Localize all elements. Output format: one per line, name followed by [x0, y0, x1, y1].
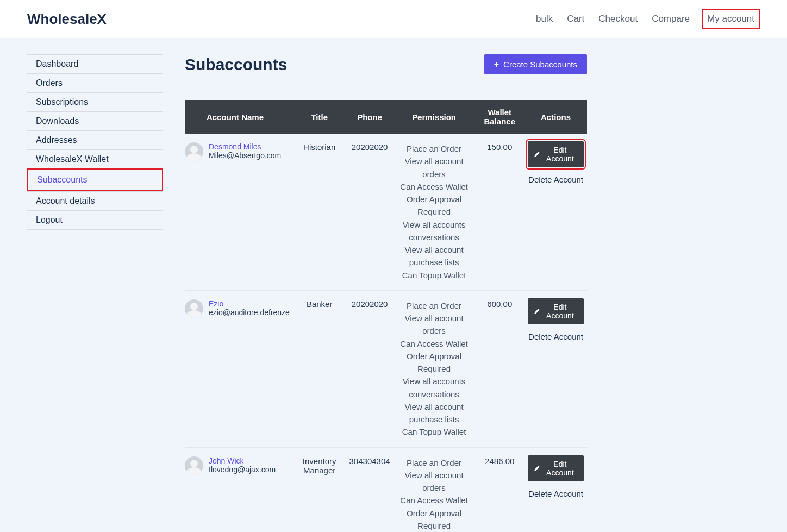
- cell-account-name: Ezioezio@auditore.defrenze: [185, 290, 293, 447]
- sidebar-item-downloads[interactable]: Downloads: [27, 111, 163, 130]
- permission-item: Can Topup Wallet: [397, 425, 472, 438]
- permission-item: Place an Order: [397, 299, 472, 312]
- permission-item: Place an Order: [397, 142, 472, 155]
- table-row: Ezioezio@auditore.defrenzeBanker20202020…: [185, 290, 587, 447]
- cell-wallet-balance: 600.00: [474, 290, 524, 447]
- th-account-name: Account Name: [185, 100, 293, 134]
- th-phone: Phone: [346, 100, 393, 134]
- permission-item: Can Access Wallet: [397, 494, 472, 506]
- table-row: John WickIlovedog@ajax.comInventory Mana…: [185, 447, 587, 532]
- sidebar: Dashboard Orders Subscriptions Downloads…: [27, 54, 163, 532]
- table-row: Desmond MilesMiles@Absertgo.comHistorian…: [185, 134, 587, 290]
- edit-label: Edit Account: [543, 146, 577, 163]
- cell-actions: Edit AccountDelete Account: [524, 134, 587, 290]
- avatar: [185, 299, 203, 318]
- cell-permissions: Place an OrderView all account ordersCan…: [393, 447, 475, 532]
- permission-item: Order Approval Required: [397, 507, 472, 533]
- permission-item: Order Approval Required: [397, 193, 472, 218]
- permission-item: View all account orders: [397, 469, 472, 495]
- cell-permissions: Place an OrderView all account ordersCan…: [393, 290, 475, 447]
- page-title: Subaccounts: [185, 55, 287, 74]
- nav-checkout[interactable]: Checkout: [596, 10, 640, 28]
- permission-item: View all account purchase lists: [397, 243, 472, 269]
- cell-wallet-balance: 150.00: [474, 134, 524, 290]
- th-title: Title: [293, 100, 346, 134]
- create-button-label: Create Subaccounts: [503, 60, 577, 69]
- permission-item: Can Topup Wallet: [397, 269, 472, 281]
- cell-phone: 304304304: [346, 447, 393, 532]
- sidebar-item-subscriptions[interactable]: Subscriptions: [27, 92, 163, 111]
- avatar: [185, 142, 203, 161]
- account-name-link[interactable]: Ezio: [209, 299, 290, 308]
- permission-item: View all accounts conversations: [397, 218, 472, 244]
- th-wallet-balance: Wallet Balance: [474, 100, 524, 134]
- account-name-link[interactable]: John Wick: [209, 456, 276, 465]
- cell-actions: Edit AccountDelete Account: [524, 447, 587, 532]
- permission-item: Order Approval Required: [397, 350, 472, 375]
- sidebar-item-wholesalex-wallet[interactable]: WholesaleX Wallet: [27, 149, 163, 168]
- permission-item: Can Access Wallet: [397, 337, 472, 350]
- permission-item: View all accounts conversations: [397, 375, 472, 400]
- nav-bulk[interactable]: bulk: [534, 10, 555, 28]
- th-permission: Permission: [393, 100, 475, 134]
- permission-item: Can Access Wallet: [397, 180, 472, 193]
- delete-account-link[interactable]: Delete Account: [528, 175, 584, 184]
- cell-phone: 20202020: [346, 134, 393, 290]
- cell-actions: Edit AccountDelete Account: [524, 290, 587, 447]
- avatar: [185, 456, 203, 475]
- plus-icon: +: [494, 60, 499, 69]
- permission-item: View all account orders: [397, 155, 472, 180]
- pencil-icon: [534, 465, 540, 472]
- sidebar-item-logout[interactable]: Logout: [27, 210, 163, 230]
- cell-phone: 20202020: [346, 290, 393, 447]
- edit-label: Edit Account: [543, 303, 577, 320]
- cell-title: Banker: [293, 290, 346, 447]
- nav-my-account[interactable]: My account: [702, 9, 760, 29]
- cell-title: Inventory Manager: [293, 447, 346, 532]
- permission-item: View all account purchase lists: [397, 400, 472, 426]
- edit-account-button[interactable]: Edit Account: [528, 298, 584, 324]
- pencil-icon: [534, 151, 540, 158]
- sidebar-item-subaccounts[interactable]: Subaccounts: [27, 168, 163, 191]
- permission-item: Place an Order: [397, 456, 472, 469]
- cell-account-name: John WickIlovedog@ajax.com: [185, 447, 293, 532]
- edit-account-button[interactable]: Edit Account: [528, 141, 584, 167]
- account-email: Miles@Absertgo.com: [209, 151, 281, 160]
- create-subaccounts-button[interactable]: + Create Subaccounts: [484, 54, 587, 74]
- main-header: Subaccounts + Create Subaccounts: [185, 54, 587, 89]
- nav-cart[interactable]: Cart: [565, 10, 586, 28]
- account-name-link[interactable]: Desmond Miles: [209, 142, 281, 151]
- table-header-row: Account Name Title Phone Permission Wall…: [185, 100, 587, 134]
- edit-label: Edit Account: [543, 460, 577, 477]
- delete-account-link[interactable]: Delete Account: [528, 489, 584, 498]
- sidebar-item-addresses[interactable]: Addresses: [27, 130, 163, 149]
- page-body: Dashboard Orders Subscriptions Downloads…: [0, 38, 787, 532]
- main-content: Subaccounts + Create Subaccounts Account…: [185, 54, 587, 532]
- sidebar-item-orders[interactable]: Orders: [27, 73, 163, 92]
- edit-account-button[interactable]: Edit Account: [528, 455, 584, 481]
- account-email: Ilovedog@ajax.com: [209, 465, 276, 474]
- account-email: ezio@auditore.defrenze: [209, 308, 290, 317]
- top-bar: WholesaleX bulk Cart Checkout Compare My…: [0, 0, 787, 38]
- cell-account-name: Desmond MilesMiles@Absertgo.com: [185, 134, 293, 290]
- delete-account-link[interactable]: Delete Account: [528, 332, 584, 341]
- th-actions: Actions: [524, 100, 587, 134]
- subaccounts-table: Account Name Title Phone Permission Wall…: [185, 100, 587, 532]
- permission-item: View all account orders: [397, 312, 472, 337]
- sidebar-item-account-details[interactable]: Account details: [27, 191, 163, 210]
- sidebar-item-dashboard[interactable]: Dashboard: [27, 54, 163, 73]
- cell-wallet-balance: 2486.00: [474, 447, 524, 532]
- top-nav: bulk Cart Checkout Compare My account: [534, 9, 760, 29]
- pencil-icon: [534, 308, 540, 315]
- cell-title: Historian: [293, 134, 346, 290]
- cell-permissions: Place an OrderView all account ordersCan…: [393, 134, 475, 290]
- brand-logo: WholesaleX: [27, 11, 107, 28]
- nav-compare[interactable]: Compare: [649, 10, 692, 28]
